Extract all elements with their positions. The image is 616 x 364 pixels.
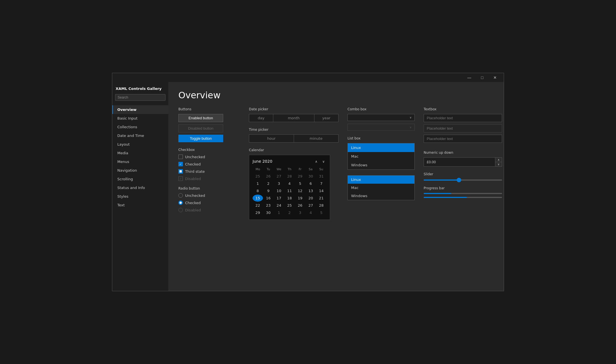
slider-track[interactable] <box>424 179 502 181</box>
cal-day[interactable]: 28 <box>284 173 295 180</box>
sidebar-item-basic-input[interactable]: Basic Input <box>112 114 168 123</box>
search-box[interactable] <box>115 94 165 101</box>
checkbox-third-box[interactable] <box>178 169 183 174</box>
combo-box-enabled[interactable]: ∨ <box>347 114 415 121</box>
date-day[interactable]: day <box>249 114 273 122</box>
cal-day[interactable]: 14 <box>316 187 326 194</box>
cal-day[interactable]: 31 <box>316 173 326 180</box>
cal-day[interactable]: 26 <box>295 202 305 209</box>
dropdown-item-mac[interactable]: Mac <box>348 184 414 192</box>
dropdown-item-linux[interactable]: Linux <box>348 176 414 184</box>
minimize-button[interactable]: — <box>463 73 476 82</box>
enabled-button[interactable]: Enabled button <box>178 114 223 122</box>
textbox-1[interactable] <box>424 114 502 122</box>
sidebar-item-navigation[interactable]: Navigation <box>112 166 168 175</box>
cal-day[interactable]: 2 <box>263 180 274 187</box>
search-input[interactable] <box>118 95 163 99</box>
checkbox-checked-box[interactable]: ✓ <box>178 162 183 166</box>
sidebar-item-styles[interactable]: Styles <box>112 192 168 201</box>
cal-day[interactable]: 13 <box>305 187 316 194</box>
time-hour[interactable]: hour <box>249 134 294 143</box>
list-item-windows[interactable]: Windows <box>348 161 414 169</box>
cal-day[interactable]: 29 <box>295 173 305 180</box>
sidebar-item-collections[interactable]: Collections <box>112 123 168 131</box>
cal-day[interactable]: 8 <box>253 187 263 194</box>
sidebar-item-menus[interactable]: Menus <box>112 157 168 166</box>
cal-day[interactable]: 9 <box>263 187 274 194</box>
sidebar-item-scrolling[interactable]: Scrolling <box>112 175 168 183</box>
numeric-input[interactable] <box>424 158 495 166</box>
cal-day[interactable]: 30 <box>263 209 274 216</box>
date-picker[interactable]: day month year <box>249 114 339 122</box>
numeric-up-button[interactable]: ∧ <box>495 158 502 162</box>
checkbox-unchecked-box[interactable] <box>178 155 183 159</box>
slider-section: Slider <box>424 172 502 181</box>
slider-thumb[interactable] <box>457 178 461 182</box>
sidebar-item-date-time[interactable]: Date and Time <box>112 131 168 140</box>
cal-day[interactable]: 26 <box>263 173 274 180</box>
cal-day[interactable]: 20 <box>305 195 316 202</box>
date-month[interactable]: month <box>273 114 314 122</box>
cal-day[interactable]: 4 <box>305 209 316 216</box>
cal-day[interactable]: 21 <box>316 195 326 202</box>
time-picker[interactable]: hour minute <box>249 134 339 143</box>
radio-checked-button[interactable] <box>178 200 183 205</box>
cal-day[interactable]: 3 <box>295 209 305 216</box>
calendar-next-button[interactable]: ∨ <box>321 159 326 164</box>
day-tu: Tu <box>263 167 274 172</box>
cal-day[interactable]: 6 <box>305 180 316 187</box>
cal-day[interactable]: 25 <box>284 202 295 209</box>
cal-day[interactable]: 16 <box>263 195 274 202</box>
numeric-down-button[interactable]: ∨ <box>495 162 502 166</box>
cal-day[interactable]: 27 <box>274 173 284 180</box>
cal-day[interactable]: 17 <box>274 195 284 202</box>
cal-day[interactable]: 28 <box>316 202 326 209</box>
radio-unchecked[interactable]: Unchecked <box>178 193 240 198</box>
sidebar-item-media[interactable]: Media <box>112 149 168 157</box>
cal-day[interactable]: 25 <box>253 173 263 180</box>
list-item-mac[interactable]: Mac <box>348 152 414 161</box>
cal-day[interactable]: 1 <box>253 180 263 187</box>
cal-day[interactable]: 3 <box>274 180 284 187</box>
cal-day[interactable]: 24 <box>274 202 284 209</box>
cal-day-today[interactable]: 15 <box>253 195 263 202</box>
column-1: Buttons Enabled button Disabled button T… <box>178 107 240 225</box>
sidebar-item-layout[interactable]: Layout <box>112 140 168 149</box>
checkbox-checked[interactable]: ✓ Checked <box>178 162 240 166</box>
cal-day[interactable]: 10 <box>274 187 284 194</box>
close-button[interactable]: ✕ <box>489 73 501 82</box>
date-year[interactable]: year <box>314 114 339 122</box>
cal-day[interactable]: 2 <box>284 209 295 216</box>
cal-day[interactable]: 7 <box>316 180 326 187</box>
cal-day[interactable]: 5 <box>316 209 326 216</box>
cal-day[interactable]: 12 <box>295 187 305 194</box>
sidebar-item-status-info[interactable]: Status and Info <box>112 183 168 192</box>
app-window: — □ ✕ XAML Controls Gallery Overview Bas… <box>112 73 504 291</box>
radio-unchecked-button[interactable] <box>178 193 183 198</box>
list-item-linux[interactable]: Linux <box>348 143 414 152</box>
maximize-button[interactable]: □ <box>476 73 489 82</box>
cal-day[interactable]: 11 <box>284 187 295 194</box>
cal-day[interactable]: 4 <box>284 180 295 187</box>
checkbox-unchecked[interactable]: Unchecked <box>178 155 240 159</box>
dropdown-item-windows[interactable]: Windows <box>348 192 414 200</box>
cal-day[interactable]: 22 <box>253 202 263 209</box>
sidebar-item-overview[interactable]: Overview <box>112 105 168 114</box>
calendar-label: Calendar <box>249 148 339 152</box>
toggle-button[interactable]: Toggle button <box>178 135 223 142</box>
cal-day[interactable]: 19 <box>295 195 305 202</box>
cal-day[interactable]: 27 <box>305 202 316 209</box>
textbox-3[interactable] <box>424 135 502 143</box>
cal-day[interactable]: 29 <box>253 209 263 216</box>
radio-checked[interactable]: Checked <box>178 200 240 205</box>
checkbox-third[interactable]: Third state <box>178 169 240 174</box>
cal-day[interactable]: 23 <box>263 202 274 209</box>
sidebar-item-text[interactable]: Text <box>112 201 168 209</box>
calendar-prev-button[interactable]: ∧ <box>313 159 319 164</box>
cal-day[interactable]: 1 <box>274 209 284 216</box>
cal-day[interactable]: 5 <box>295 180 305 187</box>
cal-day[interactable]: 30 <box>305 173 316 180</box>
cal-day[interactable]: 18 <box>284 195 295 202</box>
numeric-control[interactable]: ∧ ∨ <box>424 157 502 167</box>
time-minute[interactable]: minute <box>294 134 339 143</box>
